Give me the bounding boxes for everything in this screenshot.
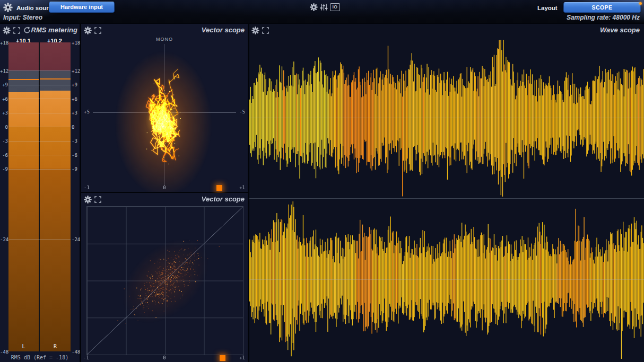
vectorscope-panel-title: Vector scope bbox=[202, 26, 245, 34]
meter-gridline bbox=[8, 113, 71, 113]
sampling-rate-label: Sampling rate: 48000 Hz bbox=[567, 14, 640, 21]
xy-axis-label-pos1: +1 bbox=[239, 355, 245, 360]
rms-panel-title: RMS metering bbox=[31, 26, 77, 34]
waveform-display-left bbox=[249, 37, 644, 198]
rms-reset-icon[interactable] bbox=[23, 27, 31, 34]
hardware-input-button[interactable]: Hardware input bbox=[49, 2, 115, 13]
meter-gridline bbox=[8, 155, 71, 155]
meter-scale-label: -3 bbox=[0, 138, 8, 144]
meter-scale-label: 0 bbox=[72, 125, 80, 130]
channel-label-right: R bbox=[40, 343, 71, 349]
global-settings-gear-icon[interactable] bbox=[310, 3, 318, 11]
meter-scale-label: +18 bbox=[0, 40, 8, 46]
channel-label-left: L bbox=[8, 343, 39, 349]
meter-scale-label: +6 bbox=[0, 96, 8, 102]
meter-lit-bar bbox=[8, 92, 39, 351]
meter-scale-label: +18 bbox=[72, 40, 80, 46]
layout-label: Layout bbox=[537, 5, 558, 11]
notification-dot bbox=[639, 2, 642, 5]
vector-scope-xy-panel: Vector scope -1 0 +1 bbox=[81, 193, 248, 362]
vector-scope-polar-panel: Vector scope MONO +S -S -1 0 +1 bbox=[81, 24, 248, 192]
meter-scale-label: +3 bbox=[72, 110, 80, 116]
meter-gridline bbox=[8, 70, 71, 71]
meter-gridline bbox=[8, 85, 71, 85]
meter-scale-label: -48 bbox=[72, 349, 80, 355]
meter-scale-label: +6 bbox=[72, 96, 80, 102]
rms-expand-icon[interactable] bbox=[13, 27, 20, 34]
xy-scatter-display bbox=[81, 206, 248, 354]
vectorscope-expand-icon[interactable] bbox=[94, 27, 101, 34]
meter-scale-label: -48 bbox=[0, 349, 8, 355]
wavescope-panel-title: Wave scope bbox=[600, 26, 640, 34]
meter-scale-label: -3 bbox=[72, 138, 80, 144]
meter-scale-label: -9 bbox=[0, 166, 8, 172]
rms-settings-gear-icon[interactable] bbox=[3, 27, 11, 34]
xyscope-settings-gear-icon[interactable] bbox=[84, 196, 92, 204]
meter-scale-label: -6 bbox=[0, 153, 8, 158]
mixer-faders-icon[interactable] bbox=[320, 3, 328, 11]
waveform-display-right bbox=[249, 199, 644, 362]
vectorscope-settings-gear-icon[interactable] bbox=[84, 27, 92, 34]
meter-lit-bar bbox=[40, 91, 71, 351]
correlation-indicator-square[interactable] bbox=[216, 185, 222, 191]
meter-scale-label: +12 bbox=[0, 68, 8, 74]
level-meter-right: R bbox=[40, 42, 71, 351]
settings-gear-icon[interactable] bbox=[3, 3, 13, 12]
meter-peak-hold bbox=[8, 79, 39, 80]
axis-label-pos1: +1 bbox=[239, 185, 245, 190]
xy-indicator-square[interactable] bbox=[220, 355, 225, 361]
rms-caption: RMS dB (Ref = -18) bbox=[0, 355, 80, 360]
axis-label-zero: 0 bbox=[81, 185, 248, 190]
meter-scale-label: +3 bbox=[0, 110, 8, 116]
meter-scale-label: +12 bbox=[72, 68, 80, 74]
wave-scope-panel: Wave scope bbox=[249, 24, 644, 362]
wavescope-settings-gear-icon[interactable] bbox=[251, 27, 259, 34]
meter-scale-label: -24 bbox=[0, 237, 8, 242]
io-routing-icon[interactable]: IO bbox=[330, 3, 340, 11]
meter-gridline bbox=[8, 169, 71, 170]
meter-scale-label: -9 bbox=[72, 166, 80, 172]
input-mode-label: Input: Stereo bbox=[3, 14, 42, 21]
meter-scale-label: +9 bbox=[0, 82, 8, 87]
wavescope-expand-icon[interactable] bbox=[262, 27, 269, 34]
audio-analyzer-app: Audio source Hardware input IO Layout SC… bbox=[0, 0, 644, 362]
xyscope-expand-icon[interactable] bbox=[94, 196, 101, 203]
meter-scale-label: +9 bbox=[72, 82, 80, 87]
meter-scale-label: 0 bbox=[0, 125, 8, 130]
meter-scale-label: -24 bbox=[72, 237, 80, 242]
top-toolbar: Audio source Hardware input IO Layout SC… bbox=[0, 0, 644, 23]
lissajous-display bbox=[81, 37, 248, 192]
xyscope-panel-title: Vector scope bbox=[202, 195, 245, 203]
level-meter-area: L R bbox=[8, 42, 71, 351]
meter-gridline bbox=[8, 127, 71, 127]
meter-gridline bbox=[8, 239, 71, 240]
scope-layout-button[interactable]: SCOPE bbox=[563, 2, 641, 13]
level-meter-left: L bbox=[8, 42, 39, 351]
rms-metering-panel: RMS metering +10.1 +10.2 L R RMS dB (Ref… bbox=[0, 24, 80, 362]
meter-gridline bbox=[8, 141, 71, 142]
meter-gridline bbox=[8, 99, 71, 99]
meter-scale-label: -6 bbox=[72, 153, 80, 158]
meter-peak-hold bbox=[40, 78, 71, 80]
